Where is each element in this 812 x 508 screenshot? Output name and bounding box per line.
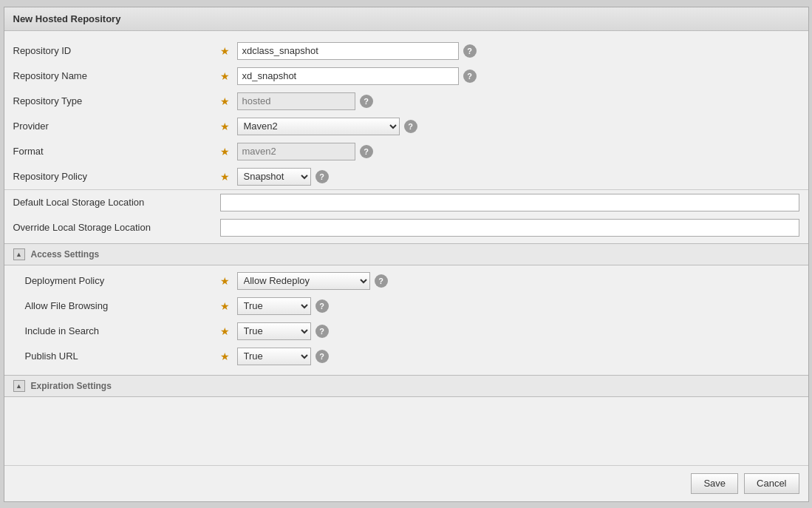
include-search-help-icon[interactable]: ? [315,325,329,338]
allow-browsing-input-cell: ★ True False ? [220,297,799,315]
repository-policy-select[interactable]: Snapshot Release Mixed [237,168,311,186]
repository-id-label: Repository ID [13,45,220,56]
repository-type-input-cell: ★ ? [220,92,799,110]
repository-name-row: Repository Name ★ ? [4,64,808,89]
default-storage-label: Default Local Storage Location [13,197,220,208]
publish-url-select[interactable]: True False [237,348,311,365]
required-star: ★ [220,121,230,132]
allow-browsing-help-icon[interactable]: ? [315,299,329,313]
dialog-footer: Save Cancel [4,465,808,501]
expiration-settings-header: ▲ Expiration Settings [4,375,808,397]
expiration-settings-title: Expiration Settings [31,381,112,391]
include-search-select[interactable]: True False [237,322,311,340]
required-star: ★ [220,171,230,183]
repository-type-help-icon[interactable]: ? [360,95,373,108]
include-search-label: Include in Search [13,325,220,336]
required-star: ★ [220,95,230,107]
allow-browsing-row: Allow File Browsing ★ True False ? [4,294,808,319]
repository-id-input[interactable] [237,42,459,60]
repository-name-input-cell: ★ ? [220,67,799,85]
required-star: ★ [220,350,230,362]
include-search-row: Include in Search ★ True False ? [4,319,808,344]
repository-name-help-icon[interactable]: ? [463,70,477,83]
provider-help-icon[interactable]: ? [404,120,417,133]
repository-name-input[interactable] [237,67,459,85]
deployment-policy-select[interactable]: Allow Redeploy Disable Redeploy Read Onl… [237,272,370,290]
new-hosted-repository-dialog: New Hosted Repository Repository ID ★ ? … [4,7,809,502]
provider-input-cell: ★ Maven2 Maven1 NuGet Raw ? [220,118,799,135]
repository-type-label: Repository Type [13,95,220,106]
required-star: ★ [220,325,230,337]
required-star: ★ [220,146,230,158]
deployment-policy-label: Deployment Policy [13,275,220,286]
required-star: ★ [220,300,230,312]
default-storage-input-cell [220,194,799,211]
format-input-cell: ★ ? [220,143,799,160]
required-star: ★ [220,70,230,82]
format-label: Format [13,146,220,157]
format-help-icon[interactable]: ? [360,145,373,158]
required-star: ★ [220,275,230,287]
form-body: Repository ID ★ ? Repository Name ★ ? Re… [4,31,808,465]
format-row: Format ★ ? [4,139,808,164]
repository-id-help-icon[interactable]: ? [463,44,477,58]
default-storage-input[interactable] [220,194,799,211]
repository-id-input-cell: ★ ? [220,42,799,60]
provider-row: Provider ★ Maven2 Maven1 NuGet Raw ? [4,114,808,139]
repository-type-input [237,92,355,110]
repository-type-row: Repository Type ★ ? [4,89,808,114]
deployment-policy-input-cell: ★ Allow Redeploy Disable Redeploy Read O… [220,272,799,290]
dialog-title: New Hosted Repository [4,7,808,31]
access-settings-header: ▲ Access Settings [4,243,808,265]
format-input [237,143,355,160]
publish-url-help-icon[interactable]: ? [315,350,329,363]
access-settings-title: Access Settings [31,249,100,260]
override-storage-label: Override Local Storage Location [13,222,220,233]
override-storage-input[interactable] [220,219,799,237]
publish-url-input-cell: ★ True False ? [220,348,799,365]
publish-url-label: Publish URL [13,350,220,362]
repository-policy-label: Repository Policy [13,171,220,182]
publish-url-row: Publish URL ★ True False ? [4,344,808,369]
provider-select[interactable]: Maven2 Maven1 NuGet Raw [237,118,400,135]
default-storage-row: Default Local Storage Location [4,189,808,215]
allow-browsing-select[interactable]: True False [237,297,311,315]
provider-label: Provider [13,121,220,132]
cancel-button[interactable]: Cancel [744,473,799,494]
override-storage-row: Override Local Storage Location [4,215,808,240]
access-settings-toggle[interactable]: ▲ [13,248,25,260]
save-button[interactable]: Save [691,473,738,494]
allow-browsing-label: Allow File Browsing [13,300,220,311]
override-storage-input-cell [220,219,799,237]
repository-policy-row: Repository Policy ★ Snapshot Release Mix… [4,164,808,189]
deployment-policy-help-icon[interactable]: ? [375,274,388,288]
repository-name-label: Repository Name [13,70,220,81]
expiration-settings-toggle[interactable]: ▲ [13,380,25,392]
include-search-input-cell: ★ True False ? [220,322,799,340]
repository-policy-input-cell: ★ Snapshot Release Mixed ? [220,168,799,186]
repository-id-row: Repository ID ★ ? [4,38,808,64]
repository-policy-help-icon[interactable]: ? [315,170,329,183]
deployment-policy-row: Deployment Policy ★ Allow Redeploy Disab… [4,268,808,294]
required-star: ★ [220,45,230,57]
